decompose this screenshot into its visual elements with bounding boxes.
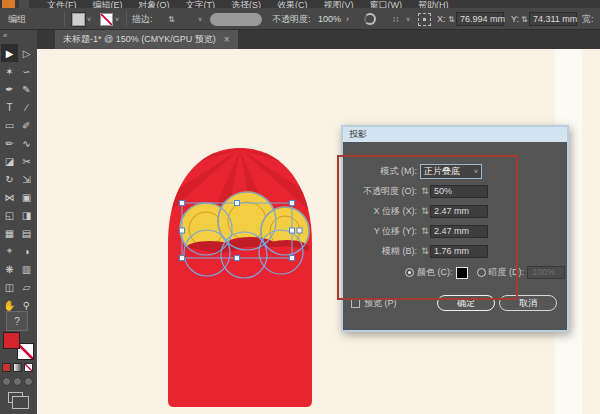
- darkness-label: 暗度 (D):: [489, 266, 525, 279]
- blur-field[interactable]: 1.76 mm: [430, 245, 488, 258]
- graph-tool[interactable]: ▥: [18, 260, 35, 278]
- fill-color-swatch[interactable]: [72, 13, 85, 26]
- eyedropper-tool[interactable]: ⌖: [1, 242, 18, 260]
- style-icon[interactable]: [364, 13, 376, 25]
- curvature-tool[interactable]: ✎: [18, 80, 35, 98]
- y-position-field[interactable]: 74.311 mm: [529, 12, 577, 26]
- preview-option[interactable]: 预览 (P): [351, 297, 397, 310]
- y-offset-stepper[interactable]: ⇅: [420, 226, 430, 236]
- opacity-value[interactable]: 100%: [318, 8, 341, 30]
- width-label: 宽:: [582, 8, 594, 30]
- magic-wand-tool[interactable]: ✶: [1, 62, 18, 80]
- free-transform-tool[interactable]: ▣: [18, 188, 35, 206]
- blend-tool[interactable]: ◑: [18, 242, 35, 260]
- type-tool[interactable]: T: [1, 98, 18, 116]
- opacity-field[interactable]: 50%: [430, 185, 488, 198]
- ok-button[interactable]: 确定: [437, 295, 495, 311]
- help-tool[interactable]: ?: [6, 311, 28, 331]
- drop-shadow-dialog: 投影 模式 (M): 正片叠底 ˅ 不透明度 (O): ⇅ 50% X 位移 (…: [341, 125, 569, 332]
- y-offset-field[interactable]: 2.47 mm: [430, 225, 488, 238]
- opacity-stepper[interactable]: ⇅: [420, 186, 430, 196]
- y-offset-label: Y 位移 (Y):: [353, 225, 417, 238]
- shadow-color-swatch[interactable]: [456, 267, 468, 279]
- mesh-tool[interactable]: ▦: [1, 224, 18, 242]
- menu-item-7[interactable]: 窗口(W): [362, 0, 411, 8]
- color-button[interactable]: [2, 363, 11, 372]
- mode-label: 模式 (M):: [353, 165, 417, 178]
- live-paint-tool[interactable]: ◨: [18, 206, 35, 224]
- menu-item-5[interactable]: 效果(C): [269, 0, 316, 8]
- eraser-tool[interactable]: ◪: [1, 152, 18, 170]
- lasso-tool[interactable]: ∽: [18, 62, 35, 80]
- x-offset-field[interactable]: 2.47 mm: [430, 205, 488, 218]
- shaper-tool[interactable]: ∿: [18, 134, 35, 152]
- menu-item-1[interactable]: 编辑(E): [85, 0, 131, 8]
- color-radio[interactable]: [405, 268, 414, 277]
- slice-tool[interactable]: ▱: [18, 278, 35, 296]
- gradient-tool[interactable]: ▤: [18, 224, 35, 242]
- width-tool[interactable]: ⋈: [1, 188, 18, 206]
- rotate-tool[interactable]: ↻: [1, 170, 18, 188]
- gradient-button[interactable]: [13, 363, 22, 372]
- x-offset-stepper[interactable]: ⇅: [420, 206, 430, 216]
- fill-proxy-swatch[interactable]: [3, 332, 20, 349]
- x-stepper[interactable]: ⇅: [448, 8, 455, 30]
- draw-behind-mode-icon[interactable]: [13, 377, 22, 386]
- artboard-tool[interactable]: ◫: [1, 278, 18, 296]
- menu-item-8[interactable]: 帮助(H): [410, 0, 457, 8]
- screen-mode-icon[interactable]: [8, 392, 23, 403]
- menu-item-4[interactable]: 选择(S): [223, 0, 269, 8]
- x-position-field[interactable]: 76.994 mm: [456, 12, 504, 26]
- line-tool[interactable]: ∕: [18, 98, 35, 116]
- collapse-panel-icon[interactable]: «: [3, 31, 7, 40]
- none-button[interactable]: [24, 363, 33, 372]
- blur-stepper[interactable]: ⇅: [420, 246, 430, 256]
- direct-selection-tool[interactable]: ▷: [18, 44, 35, 62]
- x-offset-row: X 位移 (X): ⇅ 2.47 mm: [353, 201, 557, 221]
- darkness-radio[interactable]: [477, 268, 486, 277]
- dialog-title[interactable]: 投影: [343, 127, 567, 142]
- brush-definition-dropdown[interactable]: [210, 13, 262, 26]
- illustrator-window: 文件(F)编辑(E)对象(O)文字(T)选择(S)效果(C)视图(V)窗口(W)…: [0, 0, 600, 414]
- paintbrush-tool[interactable]: ✐: [18, 116, 35, 134]
- y-offset-row: Y 位移 (Y): ⇅ 2.47 mm: [353, 221, 557, 241]
- control-bar: 编组 ˅ ˅ 描边: ⇅ ˅ 不透明度: 100% › ⁞⁞ ˅ X: ⇅ 76…: [0, 8, 600, 30]
- stroke-color-swatch[interactable]: [100, 13, 113, 26]
- symbol-sprayer-tool[interactable]: ❋: [1, 260, 18, 278]
- scissors-tool[interactable]: ✂: [18, 152, 35, 170]
- chevron-down-icon[interactable]: ˅: [87, 16, 91, 23]
- blur-row: 模糊 (B): ⇅ 1.76 mm: [353, 241, 557, 261]
- menu-item-6[interactable]: 视图(V): [316, 0, 362, 8]
- draw-normal-mode-icon[interactable]: [2, 377, 11, 386]
- menu-item-3[interactable]: 文字(T): [178, 0, 224, 8]
- document-tab[interactable]: 未标题-1* @ 150% (CMYK/GPU 预览) ×: [55, 30, 238, 49]
- illustrator-logo-icon: [2, 0, 15, 8]
- y-stepper[interactable]: ⇅: [521, 8, 528, 30]
- y-position-label: Y:: [511, 8, 519, 30]
- blend-mode-dropdown[interactable]: 正片叠底 ˅: [420, 164, 482, 179]
- tab-close-icon[interactable]: ×: [224, 34, 230, 45]
- isolate-selection-icon[interactable]: [418, 13, 431, 26]
- color-label: 颜色 (C):: [417, 266, 453, 279]
- home-icon[interactable]: [19, 0, 29, 8]
- scale-tool[interactable]: ⇲: [18, 170, 35, 188]
- chevron-down-icon[interactable]: ˅: [406, 8, 410, 30]
- pencil-tool[interactable]: ✏: [1, 134, 18, 152]
- pen-tool[interactable]: ✒: [1, 80, 18, 98]
- cancel-button[interactable]: 取消: [499, 295, 557, 311]
- selection-tool[interactable]: ▶: [1, 44, 18, 62]
- rectangle-tool[interactable]: ▭: [1, 116, 18, 134]
- preview-checkbox[interactable]: [351, 299, 360, 308]
- stroke-weight-dropdown-icon[interactable]: ˅: [198, 8, 202, 30]
- draw-inside-mode-icon[interactable]: [24, 377, 33, 386]
- opacity-more-icon[interactable]: ›: [346, 8, 349, 30]
- menu-item-2[interactable]: 对象(O): [131, 0, 178, 8]
- shape-builder-tool[interactable]: ◱: [1, 206, 18, 224]
- dots-menu-icon[interactable]: ⁞⁞: [393, 8, 399, 30]
- envelope-flap: [168, 247, 312, 365]
- chevron-down-icon[interactable]: ˅: [115, 16, 119, 23]
- stroke-stepper[interactable]: ⇅: [168, 8, 175, 30]
- fill-stroke-proxy[interactable]: [3, 332, 34, 360]
- red-envelope-artwork[interactable]: [150, 135, 330, 414]
- menu-item-0[interactable]: 文件(F): [39, 0, 85, 8]
